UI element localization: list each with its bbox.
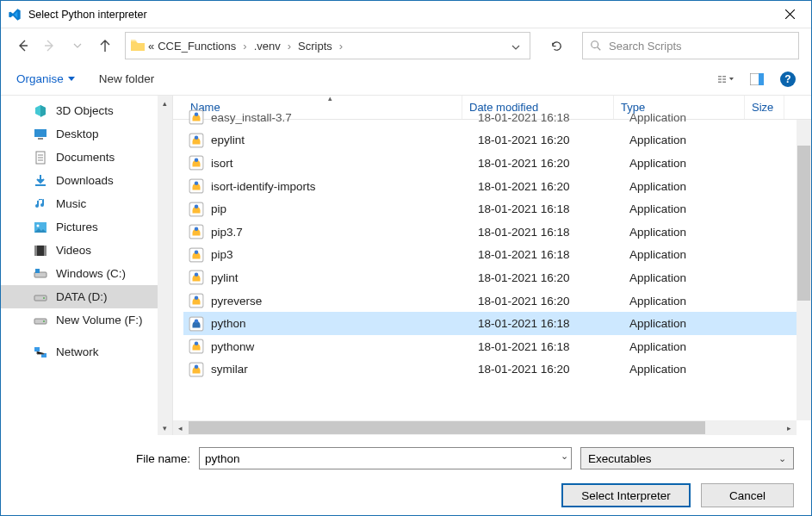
drive-icon <box>34 290 47 304</box>
pic-icon <box>34 221 47 234</box>
toolbar: Organise New folder ? <box>1 63 811 96</box>
crumb-0[interactable]: CCE_Functions <box>158 40 236 53</box>
chevron-right-icon: › <box>336 40 346 53</box>
sidebar: 3D ObjectsDesktopDocumentsDownloadsMusic… <box>1 96 173 435</box>
breadcrumb[interactable]: « CCE_Functions › .venv › Scripts › <box>125 32 530 59</box>
svg-rect-10 <box>38 138 43 140</box>
sidebar-item-downloads[interactable]: Downloads <box>1 169 172 192</box>
filename-input[interactable]: ⌄ <box>199 447 572 469</box>
svg-rect-3 <box>718 81 722 82</box>
select-interpreter-button[interactable]: Select Interpreter <box>561 483 691 507</box>
exe-icon <box>189 133 204 148</box>
exe-icon <box>189 109 204 125</box>
svg-rect-16 <box>34 246 37 256</box>
filter-select[interactable]: Executables ⌄ <box>580 447 794 469</box>
sidebar-item-music[interactable]: Music <box>1 192 172 215</box>
organise-button[interactable]: Organise <box>16 72 75 85</box>
sidebar-item-documents[interactable]: Documents <box>1 146 172 169</box>
search-input[interactable]: Search Scripts <box>582 32 799 59</box>
chevron-down-icon: ⌄ <box>778 453 786 464</box>
crumb-1[interactable]: .venv <box>254 40 281 53</box>
drive-icon <box>34 314 47 327</box>
new-folder-button[interactable]: New folder <box>99 72 155 85</box>
exe-icon <box>189 202 204 217</box>
scroll-left-icon[interactable]: ◂ <box>173 420 188 435</box>
music-icon <box>34 197 47 211</box>
svg-rect-12 <box>35 184 46 186</box>
vscode-icon <box>8 8 22 22</box>
svg-point-33 <box>195 181 199 185</box>
exe-icon <box>189 270 204 285</box>
sidebar-item-windows-c-[interactable]: Windows (C:) <box>1 262 172 285</box>
svg-point-45 <box>195 319 199 323</box>
file-vscrollbar[interactable] <box>797 120 811 420</box>
filename-label: File name: <box>18 452 190 465</box>
svg-rect-17 <box>44 246 46 256</box>
breadcrumb-dropdown[interactable] <box>507 40 524 53</box>
search-placeholder: Search Scripts <box>609 40 682 53</box>
svg-point-49 <box>195 364 199 369</box>
exe-icon <box>189 316 204 332</box>
svg-point-41 <box>195 273 199 277</box>
sidebar-scrollbar[interactable]: ▴ ▾ <box>158 96 172 435</box>
file-row[interactable]: isort18-01-2021 16:20Application <box>183 152 811 175</box>
file-row[interactable]: pip18-01-2021 16:18Application <box>183 197 811 221</box>
scroll-down-icon[interactable]: ▾ <box>158 420 172 435</box>
sort-asc-icon: ▴ <box>328 96 332 103</box>
sidebar-item-3d-objects[interactable]: 3D Objects <box>1 99 172 122</box>
file-row[interactable]: epylint18-01-2021 16:20Application <box>183 129 811 152</box>
doc-icon <box>34 151 47 165</box>
chevron-down-icon <box>68 77 75 81</box>
chevron-down-icon[interactable]: ⌄ <box>561 451 568 462</box>
video-icon <box>34 244 47 258</box>
forward-button[interactable] <box>40 36 59 55</box>
scroll-up-icon[interactable]: ▴ <box>158 96 172 110</box>
sidebar-item-desktop[interactable]: Desktop <box>1 122 172 146</box>
file-row[interactable]: symilar18-01-2021 16:20Application <box>183 358 811 382</box>
nav-arrows <box>13 36 115 55</box>
file-row[interactable]: pip318-01-2021 16:18Application <box>183 244 811 267</box>
search-icon <box>590 40 602 52</box>
refresh-button[interactable] <box>541 32 572 59</box>
help-button[interactable]: ? <box>780 71 796 87</box>
file-list: Name▴ Date modified Type Size easy_insta… <box>173 96 811 435</box>
exe-icon <box>189 155 204 171</box>
file-hscrollbar[interactable]: ◂ ▸ <box>173 420 797 435</box>
svg-rect-8 <box>759 73 764 85</box>
breadcrumb-prefix: « <box>148 40 154 53</box>
crumb-2[interactable]: Scripts <box>298 40 332 53</box>
file-row[interactable]: isort-identify-imports18-01-2021 16:20Ap… <box>183 175 811 198</box>
svg-rect-5 <box>722 78 726 79</box>
svg-rect-4 <box>722 76 726 77</box>
up-button[interactable] <box>96 36 115 55</box>
window-title: Select Python interpreter <box>28 9 770 21</box>
sidebar-item-pictures[interactable]: Pictures <box>1 215 172 239</box>
file-row[interactable]: pylint18-01-2021 16:20Application <box>183 266 811 289</box>
close-button[interactable] <box>770 2 809 28</box>
file-row[interactable]: pythonw18-01-2021 16:18Application <box>183 335 811 358</box>
scroll-right-icon[interactable]: ▸ <box>782 420 797 435</box>
sidebar-item-network[interactable]: Network <box>1 340 172 364</box>
svg-point-21 <box>43 297 45 299</box>
svg-point-29 <box>195 135 199 140</box>
file-row[interactable]: python18-01-2021 16:18Application <box>183 312 811 335</box>
file-row[interactable]: pip3.718-01-2021 16:18Application <box>183 221 811 244</box>
file-row[interactable]: easy_install-3.718-01-2021 16:18Applicat… <box>183 106 811 129</box>
svg-rect-19 <box>35 269 40 273</box>
svg-rect-1 <box>718 76 722 77</box>
svg-point-0 <box>592 41 598 48</box>
view-button[interactable] <box>718 71 734 87</box>
file-row[interactable]: pyreverse18-01-2021 16:20Application <box>183 289 811 313</box>
cancel-button[interactable]: Cancel <box>701 483 794 507</box>
sidebar-item-videos[interactable]: Videos <box>1 239 172 262</box>
exe-icon <box>189 293 204 308</box>
recent-dropdown[interactable] <box>68 36 87 55</box>
sidebar-item-new-volume-f-[interactable]: New Volume (F:) <box>1 308 172 332</box>
close-icon <box>785 9 795 19</box>
sidebar-item-data-d-[interactable]: DATA (D:) <box>1 285 172 308</box>
svg-point-14 <box>37 224 40 227</box>
back-button[interactable] <box>13 36 32 55</box>
drive-win-icon <box>34 267 47 281</box>
cube-icon <box>34 104 47 118</box>
preview-button[interactable] <box>749 71 765 87</box>
